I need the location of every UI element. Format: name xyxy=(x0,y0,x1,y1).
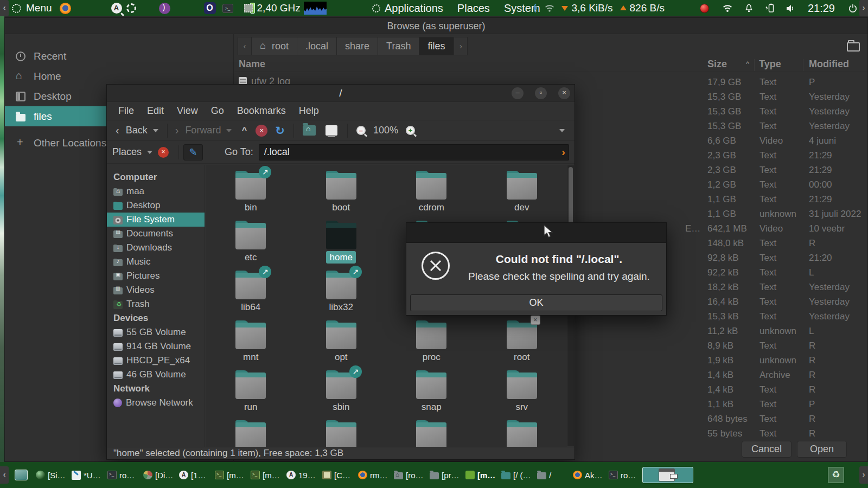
places-dropdown[interactable]: Places xyxy=(112,146,157,158)
panel-expand-button[interactable]: › xyxy=(859,0,868,16)
stop-button[interactable]: × xyxy=(256,125,267,137)
path-input[interactable] xyxy=(259,144,569,160)
forward-chevron-icon[interactable]: › xyxy=(172,124,182,137)
breadcrumb-back-chevron[interactable]: ‹ xyxy=(238,37,252,55)
taskbar-window-button[interactable]: [C… xyxy=(320,467,355,483)
sidebar-network-item[interactable]: Browse Network xyxy=(107,396,205,410)
sidebar-place-item[interactable]: Trash xyxy=(107,297,205,311)
opera-icon[interactable]: O xyxy=(204,2,216,14)
close-sidebar-icon[interactable]: × xyxy=(158,147,169,158)
taskbar-expand-button[interactable]: › xyxy=(859,466,868,484)
file-row[interactable]: 92,8 kB Text 21:20 xyxy=(685,251,865,265)
taskbar-window-button[interactable]: *U… xyxy=(69,467,104,483)
edit-path-toggle[interactable]: ✎ xyxy=(183,144,203,160)
file-row[interactable]: 648 bytes Text R xyxy=(685,412,865,426)
folder-item[interactable]: ↗ × run xyxy=(206,369,296,419)
menu-icon[interactable] xyxy=(12,4,21,13)
file-row[interactable]: 1,2 GB Text 00:00 xyxy=(685,177,865,192)
taskbar-window-button[interactable]: [Si… xyxy=(34,467,68,483)
recorder-tray-icon[interactable] xyxy=(700,4,709,13)
file-row[interactable]: 2,3 GB Text 21:29 xyxy=(685,163,865,177)
trash-applet-icon[interactable]: ♻ xyxy=(828,467,844,483)
desktop-menu-item[interactable]: Places xyxy=(457,2,490,15)
error-dialog-titlebar[interactable] xyxy=(406,223,666,243)
maximize-button[interactable]: ▫ xyxy=(535,87,547,99)
panel-collapse-button[interactable]: ‹ xyxy=(0,0,9,16)
folder-item[interactable]: ↗ × dev xyxy=(477,169,567,219)
sidebar-device-item[interactable]: 46 GB Volume xyxy=(107,368,205,382)
folder-item[interactable]: ↗ × lib64 xyxy=(206,269,296,319)
browse-window-title[interactable]: Browse (as superuser) xyxy=(5,18,867,34)
taskbar-window-button[interactable]: Ak… xyxy=(571,467,605,483)
folder-item[interactable]: ↗ × cdrom xyxy=(386,169,477,219)
taskbar-window-button[interactable] xyxy=(642,467,693,483)
show-desktop-button[interactable] xyxy=(12,467,30,483)
home-folder-button[interactable] xyxy=(303,125,316,136)
menu-item[interactable]: Bookmarks xyxy=(231,103,292,119)
file-row[interactable]: 1,1 GB unknown 31 juuli 2022 xyxy=(685,207,865,221)
firefox-launcher-icon[interactable] xyxy=(60,3,71,14)
folder-item[interactable]: ↗ × xyxy=(206,419,296,447)
sidebar-place-item[interactable]: File System xyxy=(107,213,205,227)
taskbar-window-button[interactable]: rm… xyxy=(356,467,391,483)
folder-item[interactable]: ↗ × srv xyxy=(477,369,567,419)
breadcrumb-item[interactable]: root xyxy=(252,37,297,55)
column-header-type[interactable]: Type xyxy=(759,59,781,70)
volume-icon[interactable] xyxy=(786,4,795,12)
breadcrumb-item[interactable]: files xyxy=(419,37,454,55)
file-row[interactable]: 148,0 kB Text R xyxy=(685,236,865,251)
forward-dropdown-caret[interactable] xyxy=(226,129,232,135)
zoom-in-icon[interactable]: + xyxy=(406,126,415,135)
breadcrumb-item[interactable]: .local xyxy=(297,37,337,55)
file-row[interactable]: 8,9 kB Text R xyxy=(685,338,865,353)
file-row[interactable]: 15,3 GB Text Yesterday xyxy=(685,119,865,133)
breadcrumb-forward-chevron[interactable]: › xyxy=(454,37,468,55)
open-button[interactable]: Open xyxy=(797,441,847,458)
sidebar-place-item[interactable]: maa xyxy=(107,184,205,198)
notifications-bell-icon[interactable] xyxy=(745,4,753,13)
back-chevron-icon[interactable]: ‹ xyxy=(112,124,123,137)
file-row[interactable]: 92,2 kB Text L xyxy=(685,265,865,280)
terminal-launcher-icon[interactable]: >_ xyxy=(222,4,233,13)
sidebar-place-item[interactable]: Desktop xyxy=(107,198,205,213)
file-row[interactable]: 1,4 kB Archive R xyxy=(685,368,865,382)
new-folder-button[interactable] xyxy=(844,38,862,54)
taskbar-window-button[interactable]: [/ (… xyxy=(499,467,534,483)
go-arrow-icon[interactable]: › xyxy=(561,145,565,158)
file-row[interactable]: 15,3 GB Text Yesterday xyxy=(685,104,865,119)
taskbar-window-button[interactable]: [m… xyxy=(248,467,283,483)
folder-item[interactable]: ↗ × boot xyxy=(296,169,387,219)
browse-sidebar-item[interactable]: Recent xyxy=(5,46,233,66)
folder-item[interactable]: ↗ × opt xyxy=(296,319,387,369)
sidebar-place-item[interactable]: Downloads xyxy=(107,241,205,255)
up-directory-button[interactable]: ^ xyxy=(236,125,252,136)
file-row[interactable]: 15,3 GB Text Yesterday xyxy=(685,89,865,104)
folder-item[interactable]: ↗ × proc xyxy=(386,319,477,369)
wifi-status-icon[interactable] xyxy=(545,4,554,12)
file-row[interactable]: 1,1 kB Text P xyxy=(685,397,865,412)
sidebar-device-item[interactable]: 55 GB Volume xyxy=(107,325,205,339)
power-icon[interactable] xyxy=(848,4,857,13)
folder-item[interactable]: ↗ × snap xyxy=(386,369,477,419)
folder-item[interactable]: ↗ × bin xyxy=(206,169,296,219)
file-row[interactable]: 2,3 GB Text 21:29 xyxy=(685,148,865,163)
column-header-modified[interactable]: Modified xyxy=(809,59,849,70)
sidebar-device-item[interactable]: 914 GB Volume xyxy=(107,339,205,354)
menu-item[interactable]: File xyxy=(112,103,140,119)
folder-item[interactable]: ↗ × xyxy=(296,419,387,447)
toolbar-overflow-caret[interactable] xyxy=(559,129,565,135)
tor-browser-icon[interactable] xyxy=(159,3,170,14)
file-row[interactable]: E… 642,1 MB Video 10 veebr xyxy=(685,221,865,236)
taskbar-window-button[interactable]: [m… xyxy=(213,467,247,483)
taskbar-window-button[interactable]: ro… xyxy=(607,467,641,483)
file-row[interactable]: 1,9 kB unknown R xyxy=(685,353,865,368)
browse-sidebar-item[interactable]: Home xyxy=(5,66,233,86)
refresh-button[interactable]: ↻ xyxy=(271,124,289,137)
menu-item[interactable]: Edit xyxy=(141,103,170,119)
folder-item[interactable]: ↗ × mnt xyxy=(206,319,296,369)
taskbar-window-button[interactable]: [Di… xyxy=(141,467,176,483)
zoom-out-icon[interactable]: – xyxy=(356,126,366,135)
ok-button[interactable]: OK xyxy=(410,294,662,311)
file-row[interactable]: 11,2 kB unknown L xyxy=(685,324,865,338)
taskbar-window-button[interactable]: 19… xyxy=(284,467,319,483)
